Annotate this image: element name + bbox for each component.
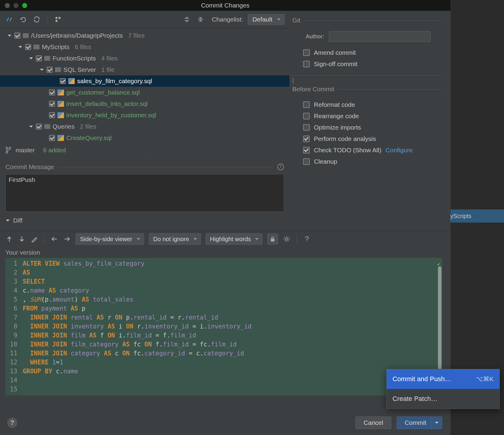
changelist-select[interactable]: Default	[248, 14, 285, 25]
chevron-down-icon[interactable]	[29, 56, 33, 61]
ignore-value: Do not ignore	[153, 236, 189, 243]
branch-status: 6 added	[43, 147, 66, 154]
refresh-icon[interactable]	[32, 15, 41, 24]
git-section-label: Git	[292, 17, 300, 24]
tree-file-insert[interactable]: insert_defaults_into_actor.sql	[0, 98, 289, 109]
checkbox[interactable]	[36, 124, 42, 130]
viewer-select[interactable]: Side-by-side viewer	[76, 233, 144, 245]
tree-root[interactable]: /Users/jetbrains/DatagripProjects 7 file…	[0, 30, 289, 41]
branch-icon	[5, 147, 11, 154]
tree-item-count: 6 files	[75, 43, 91, 51]
git-options-panel: Git Author: Amend commit Sign-off commit…	[289, 11, 450, 213]
diff-label: Diff	[13, 217, 22, 224]
commit-and-push-item[interactable]: Commit and Push… ⌥⌘K	[387, 369, 500, 389]
resize-handle[interactable]: ·····	[0, 226, 450, 231]
commit-dropdown-menu: Commit and Push… ⌥⌘K Create Patch…	[386, 369, 500, 409]
cleanup-checkbox[interactable]	[303, 158, 310, 165]
resize-handle[interactable]: ·····	[0, 156, 289, 160]
checkbox[interactable]	[36, 55, 42, 61]
tree-file-inv[interactable]: inventory_held_by_customer.sql	[0, 109, 289, 121]
checkbox[interactable]	[49, 101, 55, 107]
tree-item-label: FunctionScripts	[53, 55, 96, 62]
code-editor[interactable]: 123456789101112131415 ALTER VIEW sales_b…	[5, 258, 442, 396]
lock-button[interactable]	[267, 234, 278, 244]
help-button[interactable]: ?	[7, 418, 17, 428]
analysis-checkbox[interactable]	[303, 136, 310, 142]
folder-icon	[44, 56, 50, 61]
optimize-checkbox[interactable]	[303, 124, 310, 131]
checkbox[interactable]	[49, 89, 55, 95]
chevron-down-icon[interactable]	[18, 45, 23, 49]
collapse-all-icon[interactable]	[196, 15, 205, 24]
checkbox[interactable]	[60, 78, 66, 84]
optimize-label: Optimize imports	[314, 124, 361, 131]
folder-icon	[23, 33, 29, 38]
diff-section: Diff	[0, 213, 450, 226]
checkbox[interactable]	[14, 33, 20, 39]
history-icon[interactable]	[277, 164, 284, 170]
commit-message-section: Commit Message	[0, 160, 289, 172]
tree-file-createq[interactable]: CreateQuery.sql	[0, 132, 289, 144]
scrollbar[interactable]	[438, 266, 442, 382]
titlebar: Commit Changes	[0, 0, 450, 11]
toolbar-separator	[47, 15, 48, 24]
tree-functionscripts[interactable]: FunctionScripts 4 files	[0, 53, 289, 64]
checkbox[interactable]	[47, 67, 53, 73]
lock-icon	[270, 236, 275, 242]
next-file-icon[interactable]	[63, 235, 71, 243]
configure-link[interactable]: Configure	[386, 147, 413, 154]
tree-myscripts[interactable]: MyScripts 6 files	[0, 41, 289, 53]
prev-diff-icon[interactable]	[5, 235, 13, 243]
tree-item-label: Queries	[53, 123, 75, 130]
changes-tree: /Users/jetbrains/DatagripProjects 7 file…	[0, 28, 289, 144]
background-tab[interactable]: yScripts	[447, 209, 504, 223]
chevron-down-icon[interactable]	[7, 33, 12, 38]
revert-icon[interactable]	[19, 15, 28, 24]
cancel-button[interactable]: Cancel	[355, 416, 391, 429]
expand-all-icon[interactable]	[182, 15, 191, 24]
tree-file-label: sales_by_film_category.sql	[77, 77, 152, 85]
edit-icon[interactable]	[30, 235, 38, 243]
next-diff-icon[interactable]	[18, 235, 26, 243]
svg-point-4	[9, 147, 11, 149]
commit-dropdown-icon[interactable]	[431, 417, 442, 429]
chevron-down-icon[interactable]	[29, 124, 33, 129]
diff-toolbar: Side-by-side viewer Do not ignore Highli…	[0, 231, 450, 247]
checkbox[interactable]	[49, 135, 55, 141]
tree-queries[interactable]: Queries 2 files	[0, 121, 289, 132]
commit-button[interactable]: Commit	[397, 416, 442, 429]
create-patch-item[interactable]: Create Patch…	[387, 389, 500, 409]
chevron-down-icon[interactable]	[39, 67, 44, 72]
checkbox[interactable]	[49, 112, 55, 118]
reformat-label: Reformat code	[314, 101, 355, 108]
folder-icon	[33, 45, 39, 49]
changelist-label: Changelist:	[212, 16, 243, 23]
line-gutter: 123456789101112131415	[5, 258, 20, 396]
todo-checkbox[interactable]	[303, 147, 310, 153]
ignore-select[interactable]: Do not ignore	[149, 233, 201, 245]
group-by-icon[interactable]	[54, 15, 62, 24]
code-content: ALTER VIEW sales_by_film_category AS SEL…	[20, 258, 442, 396]
rearrange-checkbox[interactable]	[303, 113, 310, 119]
tree-file-getcust[interactable]: get_customer_balance.sql	[0, 87, 289, 98]
help-icon[interactable]: ?	[303, 235, 311, 243]
amend-checkbox[interactable]	[303, 49, 310, 56]
cleanup-label: Cleanup	[314, 158, 337, 165]
commit-message-input[interactable]	[5, 174, 284, 212]
prev-file-icon[interactable]	[51, 235, 58, 243]
chevron-down-icon[interactable]	[5, 218, 10, 223]
tree-root-path: /Users/jetbrains/DatagripProjects	[31, 32, 123, 39]
settings-icon[interactable]	[283, 235, 291, 243]
tree-sqlserver[interactable]: SQL Server 1 file	[0, 64, 289, 75]
tree-item-count: 4 files	[101, 55, 118, 62]
highlight-select[interactable]: Highlight words	[206, 233, 263, 245]
reformat-checkbox[interactable]	[303, 101, 310, 108]
sql-file-icon	[57, 101, 64, 107]
checkbox[interactable]	[25, 44, 31, 50]
tree-file-sales[interactable]: sales_by_film_category.sql	[0, 75, 289, 87]
menu-item-shortcut: ⌥⌘K	[476, 375, 494, 383]
signoff-checkbox[interactable]	[303, 61, 310, 67]
author-input[interactable]	[329, 31, 430, 42]
folder-icon	[55, 67, 61, 72]
show-diff-icon[interactable]	[5, 15, 14, 24]
